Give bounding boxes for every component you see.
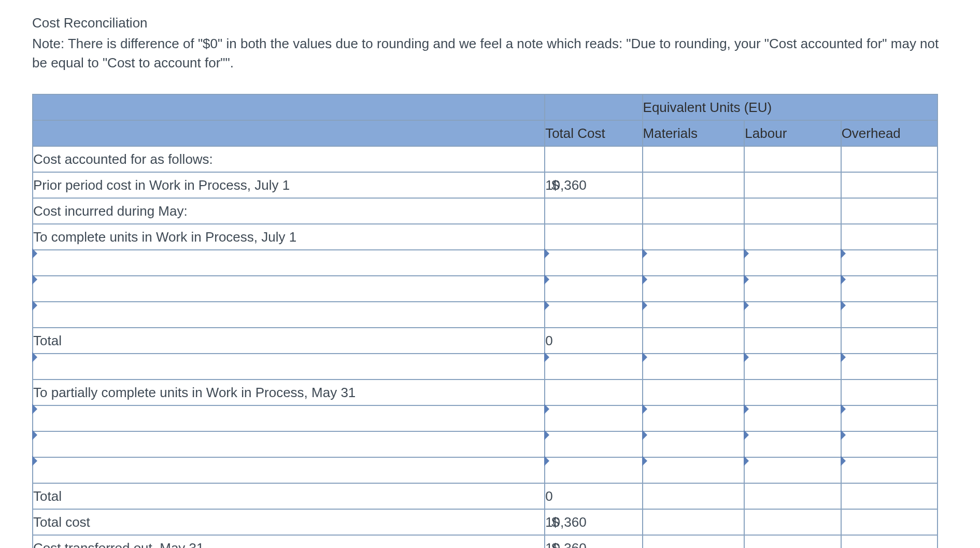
table-row: Cost incurred during May: <box>33 198 938 224</box>
editable-mat-input[interactable] <box>643 302 745 328</box>
editable-lab-input[interactable] <box>744 302 841 328</box>
table-row: To partially complete units in Work in P… <box>33 380 938 405</box>
reconciliation-note: Note: There is difference of "$0" in bot… <box>32 34 948 73</box>
table-row: Cost accounted for as follows: <box>33 146 938 172</box>
header-blank-desc <box>33 94 545 120</box>
row-label: To partially complete units in Work in P… <box>33 380 545 405</box>
editable-mat-input[interactable] <box>643 405 745 431</box>
editable-tc-input[interactable] <box>545 354 642 380</box>
total-cost-cell: $ 10,360 <box>545 535 642 548</box>
editable-mat-input[interactable] <box>643 276 745 302</box>
row-label: Cost transferred out, May 31 <box>33 535 545 548</box>
currency-symbol: $ <box>551 540 559 548</box>
header-blank-tc <box>545 94 642 120</box>
editable-tc-input[interactable] <box>545 276 642 302</box>
currency-symbol: $ <box>551 514 559 530</box>
editable-desc-input[interactable] <box>33 302 545 328</box>
editable-mat-input[interactable] <box>643 457 745 483</box>
editable-oh-input[interactable] <box>841 354 938 380</box>
editable-lab-input[interactable] <box>744 457 841 483</box>
header-total-cost: Total Cost <box>545 120 642 146</box>
editable-tc-input[interactable] <box>545 405 642 431</box>
row-label: Cost incurred during May: <box>33 198 545 224</box>
table-row: Total 0 <box>33 328 938 354</box>
currency-symbol: $ <box>551 177 559 193</box>
total-cost-cell: 0 <box>545 328 642 354</box>
editable-desc-input[interactable] <box>33 354 545 380</box>
row-label: Total cost <box>33 509 545 535</box>
table-row: To complete units in Work in Process, Ju… <box>33 224 938 250</box>
editable-mat-input[interactable] <box>643 354 745 380</box>
editable-desc-input[interactable] <box>33 431 545 457</box>
table-row <box>33 431 938 457</box>
table-row <box>33 250 938 276</box>
editable-oh-input[interactable] <box>841 431 938 457</box>
editable-lab-input[interactable] <box>744 431 841 457</box>
header-overhead: Overhead <box>841 120 938 146</box>
editable-lab-input[interactable] <box>744 405 841 431</box>
editable-oh-input[interactable] <box>841 250 938 276</box>
header-materials: Materials <box>643 120 745 146</box>
table-row: Cost transferred out, May 31 $ 10,360 <box>33 535 938 548</box>
total-cost-cell: 0 <box>545 483 642 509</box>
editable-lab-input[interactable] <box>744 354 841 380</box>
editable-tc-input[interactable] <box>545 302 642 328</box>
editable-oh-input[interactable] <box>841 276 938 302</box>
page-title: Cost Reconciliation <box>32 13 948 33</box>
header-labour: Labour <box>744 120 841 146</box>
row-label: Total <box>33 328 545 354</box>
editable-oh-input[interactable] <box>841 405 938 431</box>
heading-block: Cost Reconciliation Note: There is diffe… <box>32 13 948 73</box>
editable-oh-input[interactable] <box>841 302 938 328</box>
editable-desc-input[interactable] <box>33 250 545 276</box>
editable-desc-input[interactable] <box>33 457 545 483</box>
editable-desc-input[interactable] <box>33 405 545 431</box>
table-row: Prior period cost in Work in Process, Ju… <box>33 172 938 198</box>
editable-tc-input[interactable] <box>545 431 642 457</box>
table-row <box>33 457 938 483</box>
header-equivalent-units: Equivalent Units (EU) <box>643 94 938 120</box>
editable-mat-input[interactable] <box>643 431 745 457</box>
editable-desc-input[interactable] <box>33 276 545 302</box>
total-cost-cell: $ 10,360 <box>545 172 642 198</box>
row-label: To complete units in Work in Process, Ju… <box>33 224 545 250</box>
row-label: Prior period cost in Work in Process, Ju… <box>33 172 545 198</box>
table-row <box>33 354 938 380</box>
table-row: Total 0 <box>33 483 938 509</box>
table-row: Total cost $ 10,360 <box>33 509 938 535</box>
header-blank-desc2 <box>33 120 545 146</box>
editable-oh-input[interactable] <box>841 457 938 483</box>
row-label: Total <box>33 483 545 509</box>
table-row <box>33 405 938 431</box>
editable-lab-input[interactable] <box>744 276 841 302</box>
table-row <box>33 302 938 328</box>
editable-mat-input[interactable] <box>643 250 745 276</box>
row-label: Cost accounted for as follows: <box>33 146 545 172</box>
cost-reconciliation-table: Equivalent Units (EU) Total Cost Materia… <box>32 94 938 548</box>
table-row <box>33 276 938 302</box>
editable-tc-input[interactable] <box>545 457 642 483</box>
editable-tc-input[interactable] <box>545 250 642 276</box>
editable-lab-input[interactable] <box>744 250 841 276</box>
total-cost-cell: $ 10,360 <box>545 509 642 535</box>
